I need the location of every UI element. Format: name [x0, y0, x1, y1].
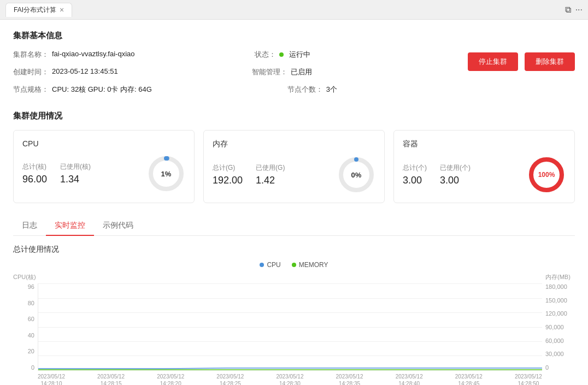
legend-memory-label: MEMORY	[299, 261, 328, 269]
container-card-body: 总计(个) 3.00 已使用(个) 3.00 100%	[403, 156, 566, 194]
x-label-6: 2023/05/1214:28:40	[396, 373, 423, 385]
container-total-label: 总计(个)	[403, 163, 427, 173]
chart-container: CPU(核) 内存(MB) 96 80 60 40 20 0	[13, 273, 575, 371]
created-time-value: 2023-05-12 13:45:51	[52, 67, 118, 77]
split-view-button[interactable]: ⧉	[565, 5, 571, 15]
container-stats: 总计(个) 3.00 已使用(个) 3.00	[403, 163, 521, 186]
y-axis-left: 96 80 60 40 20 0	[13, 283, 38, 371]
container-used-value: 3.00	[440, 175, 471, 186]
container-used-stat: 已使用(个) 3.00	[440, 163, 471, 186]
chart-plot	[38, 283, 542, 371]
cpu-used-value: 1.34	[60, 174, 91, 185]
cluster-status-item: 状态： 运行中	[255, 50, 310, 60]
chart-title: 总计使用情况	[13, 245, 575, 254]
container-used-label: 已使用(个)	[440, 163, 471, 173]
container-total-value: 3.00	[403, 175, 427, 186]
memory-stats: 总计(G) 192.00 已使用(G) 1.42	[213, 163, 331, 186]
x-label-5: 2023/05/1214:28:35	[336, 373, 363, 385]
y-left-40: 40	[28, 332, 34, 339]
tab-example[interactable]: 示例代码	[94, 216, 142, 236]
cluster-name-item: 集群名称： fai-qxiao-vvaztlsy.fai-qxiao	[13, 50, 134, 60]
legend-cpu-label: CPU	[267, 261, 280, 269]
delete-cluster-button[interactable]: 删除集群	[525, 52, 575, 71]
memory-total-stat: 总计(G) 192.00	[213, 163, 243, 186]
y-right-30000: 30,000	[545, 351, 564, 357]
cluster-status-label: 状态：	[255, 50, 276, 60]
memory-total-label: 总计(G)	[213, 163, 243, 173]
memory-percent-label: 0%	[351, 171, 362, 179]
tab-realtime[interactable]: 实时监控	[46, 216, 94, 236]
memory-used-label: 已使用(G)	[256, 163, 285, 173]
mgmt-label: 智能管理：	[252, 67, 287, 77]
tab-close-icon[interactable]: ×	[60, 5, 64, 14]
gridline-6	[38, 370, 542, 371]
cpu-donut: 1%	[147, 155, 185, 193]
section-title-basic: 集群基本信息	[13, 31, 62, 41]
cluster-name-label: 集群名称：	[13, 50, 49, 60]
container-percent-label: 100%	[538, 171, 555, 179]
memory-donut: 0%	[337, 156, 375, 194]
nodes-value: 3个	[326, 85, 337, 94]
stop-cluster-button[interactable]: 停止集群	[468, 52, 518, 71]
x-label-3: 2023/05/1214:28:25	[216, 373, 244, 385]
container-donut: 100%	[527, 156, 566, 194]
y-left-96: 96	[28, 283, 34, 290]
info-row-3: 节点规格： CPU: 32核 GPU: 0卡 内存: 64G 节点个数： 3个	[13, 85, 575, 94]
cpu-total-label: 总计(核)	[22, 162, 47, 171]
x-label-0: 2023/05/1214:28:10	[38, 373, 65, 385]
tab-label: FAI分布式计算	[14, 5, 56, 15]
nodes-item: 节点个数： 3个	[287, 85, 337, 94]
action-buttons: 停止集群 删除集群	[468, 52, 575, 71]
y-right-0: 0	[545, 364, 549, 371]
tabs: 日志 实时监控 示例代码	[13, 216, 575, 236]
legend-cpu-dot	[260, 263, 264, 267]
container-card-title: 容器	[403, 139, 566, 149]
x-label-8: 2023/05/1214:28:50	[515, 373, 542, 385]
cluster-usage-section: 集群使用情况 CPU 总计(核) 96.00 已使用(核) 1.34	[13, 111, 575, 203]
spec-value: CPU: 32核 GPU: 0卡 内存: 64G	[52, 85, 152, 94]
mgmt-value: 已启用	[291, 67, 312, 77]
y-left-80: 80	[28, 300, 34, 306]
y-right-60000: 60,000	[545, 337, 564, 344]
memory-card: 内存 总计(G) 192.00 已使用(G) 1.42	[203, 130, 385, 203]
x-axis: 2023/05/1214:28:10 2023/05/1214:28:15 20…	[13, 373, 575, 385]
tab-logs[interactable]: 日志	[13, 216, 46, 236]
memory-card-body: 总计(G) 192.00 已使用(G) 1.42 0%	[213, 156, 375, 194]
cpu-stats: 总计(核) 96.00 已使用(核) 1.34	[22, 162, 140, 185]
spec-item: 节点规格： CPU: 32核 GPU: 0卡 内存: 64G	[13, 85, 152, 94]
cpu-total-stat: 总计(核) 96.00	[22, 162, 47, 185]
y-left-60: 60	[28, 316, 34, 322]
nodes-label: 节点个数：	[287, 85, 323, 94]
memory-used-stat: 已使用(G) 1.42	[256, 163, 285, 186]
created-time-item: 创建时间： 2023-05-12 13:45:51	[13, 67, 118, 77]
memory-total-value: 192.00	[213, 175, 243, 186]
y-right-150000: 150,000	[545, 297, 567, 304]
cpu-card: CPU 总计(核) 96.00 已使用(核) 1.34	[13, 130, 195, 203]
section-title-usage: 集群使用情况	[13, 111, 62, 121]
chart-section: 总计使用情况 CPU MEMORY CPU(核) 内存(MB) 96 80	[13, 245, 575, 371]
y-right-120000: 120,000	[545, 310, 567, 317]
x-label-4: 2023/05/1214:28:30	[276, 373, 303, 385]
memory-card-title: 内存	[213, 139, 375, 149]
container-card: 容器 总计(个) 3.00 已使用(个) 3.00	[393, 130, 575, 203]
chart-legend: CPU MEMORY	[13, 261, 575, 269]
y-left-0: 0	[31, 364, 34, 371]
section-header-usage: 集群使用情况	[13, 111, 575, 121]
cluster-status-value: 运行中	[289, 50, 310, 60]
y-right-90000: 90,000	[545, 324, 564, 330]
memory-used-value: 1.42	[256, 175, 285, 186]
x-label-7: 2023/05/1214:28:45	[455, 373, 483, 385]
y-right-title: 内存(MB)	[542, 273, 575, 281]
y-left-title: CPU(核)	[13, 273, 38, 281]
chart-svg	[38, 283, 542, 370]
status-dot	[279, 50, 286, 60]
legend-memory-dot	[292, 263, 296, 267]
legend-cpu: CPU	[260, 261, 280, 269]
browser-controls: ⧉ ···	[565, 5, 583, 15]
chart-inner: 96 80 60 40 20 0	[13, 283, 575, 371]
y-left-20: 20	[28, 348, 34, 354]
more-options-button[interactable]: ···	[575, 5, 583, 15]
cpu-total-value: 96.00	[22, 174, 47, 185]
browser-tab[interactable]: FAI分布式计算 ×	[5, 3, 72, 17]
section-header-basic: 集群基本信息	[13, 31, 575, 41]
